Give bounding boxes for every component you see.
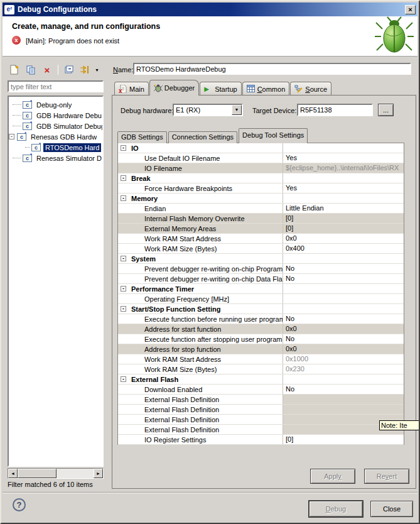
property-value[interactable]: 0x0 (283, 324, 404, 334)
property-value[interactable]: 0x230 (283, 364, 404, 374)
filter-configs-icon[interactable] (78, 63, 92, 76)
tree-item-debug-only[interactable]: c*Debug-only (9, 99, 102, 110)
property-address-for-stop-function[interactable]: Address for stop function0x0 (118, 344, 404, 354)
titlebar[interactable]: e² Debug Configurations × (3, 3, 417, 16)
delete-config-icon[interactable]: × (40, 63, 54, 76)
property-value[interactable]: No (283, 264, 404, 273)
revert-button[interactable]: Revert (364, 469, 409, 484)
apply-button[interactable]: Apply (310, 469, 355, 484)
property-endian[interactable]: EndianLittle Endian (118, 204, 404, 214)
property-value[interactable]: No (283, 314, 404, 324)
property-work-ram-size-bytes[interactable]: Work RAM Size (Bytes)0x400 (118, 244, 404, 254)
property-value[interactable]: [0] (283, 214, 404, 223)
property-operating-frequency-mhz[interactable]: Operating Frequency [MHz] (118, 294, 404, 304)
section-performance-timer[interactable]: -Performance Timer (118, 284, 404, 294)
subtab-debug-tool-settings[interactable]: Debug Tool Settings (239, 128, 308, 143)
property-value[interactable]: 0x1000 (283, 354, 404, 364)
property-label-text: Performance Timer (131, 285, 194, 293)
collapse-expander-icon[interactable]: - (9, 134, 14, 139)
scroll-thumb[interactable] (18, 469, 57, 478)
collapse-expander-icon[interactable]: - (121, 306, 126, 312)
scroll-right-icon[interactable]: ► (94, 469, 103, 478)
property-prevent-debugger-re-writing-on-chip-program[interactable]: Prevent debugger re-writing on-chip Prog… (118, 264, 404, 274)
property-value[interactable]: Yes (283, 183, 404, 193)
property-value[interactable]: 0x400 (283, 244, 404, 253)
property-value[interactable] (283, 395, 404, 404)
tree-item-rtosdemo-hard[interactable]: c*RTOSDemo Hard (9, 142, 102, 153)
name-input[interactable] (133, 63, 411, 75)
property-io-register-settings[interactable]: IO Register Settings[0] (118, 435, 404, 445)
tab-common[interactable]: Common (242, 82, 290, 96)
collapse-expander-icon[interactable]: - (121, 145, 126, 151)
property-external-flash-definition[interactable]: External Flash Definition (118, 405, 404, 415)
subtab-gdb-settings[interactable]: GDB Settings (117, 131, 167, 143)
collapse-expander-icon[interactable]: - (121, 175, 126, 181)
section-break[interactable]: -Break (118, 173, 404, 183)
collapse-expander-icon[interactable]: - (121, 195, 126, 201)
new-config-icon[interactable] (8, 63, 21, 76)
tree-item-gdb-simulator-debug[interactable]: c*GDB Simulator Debug (9, 121, 102, 131)
property-value[interactable]: No (283, 274, 404, 283)
tab-startup[interactable]: ▶ Startup (200, 82, 241, 96)
collapse-expander-icon[interactable]: - (121, 376, 126, 382)
property-execute-function-before-running-user-program[interactable]: Execute function before running user pro… (118, 314, 404, 324)
filter-input[interactable] (8, 80, 104, 92)
chevron-down-icon[interactable]: ▼ (232, 105, 242, 115)
collapse-all-icon[interactable] (62, 63, 76, 76)
subtab-connection-settings[interactable]: Connection Settings (168, 131, 237, 143)
property-value[interactable] (283, 294, 404, 303)
property-download-enabled[interactable]: Download EnabledNo (118, 385, 404, 395)
property-work-ram-size-bytes[interactable]: Work RAM Size (Bytes)0x230 (118, 364, 404, 374)
tree-hscrollbar[interactable]: ◄ ► (8, 468, 104, 479)
scroll-left-icon[interactable]: ◄ (8, 469, 18, 478)
property-address-for-start-function[interactable]: Address for start function0x0 (118, 324, 404, 334)
property-value[interactable]: 0x0 (283, 234, 404, 243)
help-button[interactable]: ? (13, 498, 26, 511)
scroll-track[interactable] (57, 469, 94, 478)
property-value[interactable]: [0] (283, 435, 404, 444)
toolbar-menu-dropdown-icon[interactable]: ▼ (95, 68, 101, 72)
debug-button[interactable]: Debug (309, 501, 363, 517)
property-external-flash-definition[interactable]: External Flash Definition (118, 415, 404, 425)
property-value[interactable]: Little Endian (283, 204, 404, 213)
property-force-hardware-breakpoints[interactable]: Force Hardware BreakpointsYes (118, 183, 404, 194)
target-device-input[interactable] (297, 104, 373, 116)
property-label-text: Execute function before running user pro… (144, 315, 283, 323)
duplicate-config-icon[interactable] (24, 63, 38, 76)
close-button[interactable]: Close (370, 501, 413, 517)
tab-debugger[interactable]: Debugger (149, 80, 199, 96)
property-value[interactable] (283, 405, 404, 414)
property-execute-function-after-stopping-user-program[interactable]: Execute function after stopping user pro… (118, 334, 404, 344)
property-work-ram-start-address[interactable]: Work RAM Start Address0x1000 (118, 354, 404, 364)
property-use-default-io-filename[interactable]: Use Default IO FilenameYes (118, 153, 404, 163)
debug-hardware-select[interactable]: E1 (RX) ▼ (173, 104, 243, 116)
property-prevent-debugger-re-writing-on-chip-data-flas[interactable]: Prevent debugger re-writing on-chip Data… (118, 274, 404, 284)
collapse-expander-icon[interactable]: - (121, 286, 126, 292)
property-value[interactable]: ${eclipse_home}..\internal\IoFiles\RX (283, 163, 404, 173)
section-io[interactable]: -IO (118, 143, 404, 153)
property-work-ram-start-address[interactable]: Work RAM Start Address0x0 (118, 234, 404, 244)
property-value[interactable]: Yes (283, 153, 404, 163)
section-external-flash[interactable]: -External Flash (118, 374, 404, 385)
section-memory[interactable]: -Memory (118, 194, 404, 204)
tree-item-renesas-gdb-hardw[interactable]: -c*Renesas GDB Hardw (9, 131, 102, 142)
property-value[interactable]: [0] (283, 224, 404, 233)
close-window-button[interactable]: × (405, 5, 416, 14)
browse-device-button[interactable]: ... (378, 104, 394, 116)
property-io-filename[interactable]: IO Filename${eclipse_home}..\internal\Io… (118, 163, 404, 173)
tab-source[interactable]: Source (290, 82, 331, 96)
property-external-flash-definition[interactable]: External Flash Definition (118, 395, 404, 405)
tree-item-gdb-hardware-debu[interactable]: cGDB Hardware Debu (9, 110, 102, 121)
property-value[interactable]: No (283, 385, 404, 394)
collapse-expander-icon[interactable]: - (121, 256, 126, 261)
property-value[interactable]: 0x0 (283, 344, 404, 354)
property-value[interactable]: No (283, 334, 404, 344)
property-internal-flash-memory-overwrite[interactable]: Internal Flash Memory Overwrite[0] (118, 214, 404, 224)
property-external-flash-definition[interactable]: External Flash Definition (118, 425, 404, 435)
property-external-memory-areas[interactable]: External Memory Areas[0] (118, 224, 404, 234)
section-start-stop-function-setting[interactable]: -Start/Stop Function Setting (118, 304, 404, 314)
tree-item-renesas-simulator-d[interactable]: c*Renesas Simulator D (9, 153, 102, 163)
tab-main[interactable]: x Main (114, 82, 149, 96)
property-label: -Memory (118, 194, 283, 203)
section-system[interactable]: -System (118, 254, 404, 264)
